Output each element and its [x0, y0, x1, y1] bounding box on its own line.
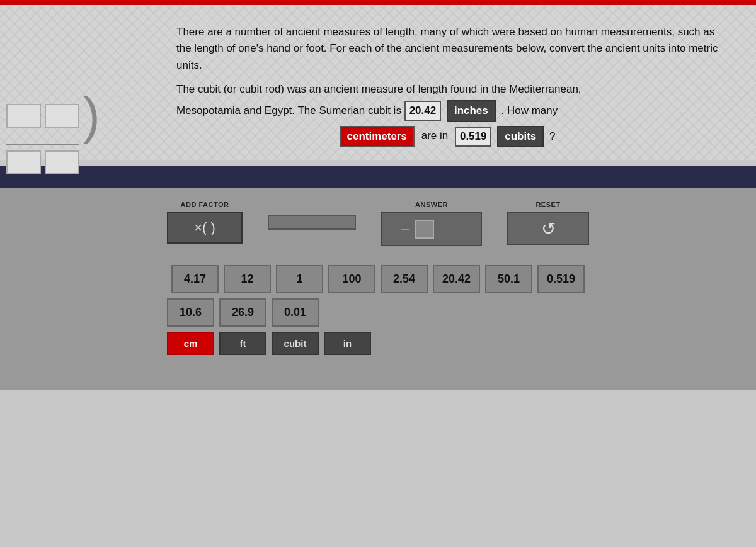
num-btn-2-54[interactable]: 2.54	[381, 265, 428, 293]
para2-end: . How many	[501, 104, 558, 116]
label1-box: inches	[447, 100, 496, 121]
num-btn-0-519[interactable]: 0.519	[537, 265, 585, 293]
rect-box-br	[45, 150, 79, 174]
factor-input-display[interactable]	[268, 215, 356, 230]
reset-button[interactable]: ↺	[507, 212, 589, 245]
add-factor-group: ADD FACTOR ×( )	[167, 201, 243, 244]
add-factor-button[interactable]: ×( )	[167, 212, 243, 244]
label3-box: cubits	[497, 126, 544, 147]
num-btn-0-01[interactable]: 0.01	[272, 298, 319, 327]
controls-row: ADD FACTOR ×( ) ANSWER – RESET ↺	[19, 201, 737, 246]
unit-btn-ft[interactable]: ft	[219, 332, 266, 355]
bracket-symbol: )	[83, 93, 100, 138]
bottom-panel: ADD FACTOR ×( ) ANSWER – RESET ↺ 4.17 12…	[0, 188, 756, 390]
para3-mid: are in	[421, 130, 449, 142]
unit-btn-cm[interactable]: cm	[167, 332, 214, 355]
num-btn-12[interactable]: 12	[224, 265, 271, 293]
reset-label: RESET	[536, 201, 560, 208]
paragraph-4: centimeters are in 0.519 cubits ?	[176, 126, 718, 147]
num-btn-100[interactable]: 100	[328, 265, 375, 293]
num-btn-20-42[interactable]: 20.42	[433, 265, 480, 293]
answer-label: ANSWER	[415, 201, 448, 208]
top-red-bar	[0, 0, 756, 5]
main-content-area: ) There are a number of ancient measures…	[0, 5, 756, 160]
rect-box-tr	[45, 104, 79, 128]
value2-box: 0.519	[455, 127, 492, 147]
rect-box-bl	[6, 150, 41, 174]
divider-bar	[0, 166, 756, 188]
answer-group: ANSWER –	[381, 201, 482, 246]
para2-mid: Mesopotamia and Egypt. The Sumerian cubi…	[176, 104, 401, 116]
answer-dash: –	[401, 221, 409, 237]
num-btn-1[interactable]: 1	[276, 265, 323, 293]
numbers-row-2: 10.6 26.9 0.01	[19, 298, 737, 327]
unit-btn-in[interactable]: in	[324, 332, 371, 355]
answer-square	[415, 220, 434, 239]
numbers-section: 4.17 12 1 100 2.54 20.42 50.1 0.519 10.6…	[19, 265, 737, 355]
value1-box: 20.42	[404, 101, 442, 121]
para2-start: The cubit (or cubit rod) was an ancient …	[176, 83, 581, 95]
num-btn-50-1[interactable]: 50.1	[485, 265, 532, 293]
graphic-area: )	[6, 93, 100, 174]
rect-group: )	[6, 93, 100, 174]
rect-row-2	[6, 150, 100, 174]
text-block: There are a number of ancient measures o…	[176, 24, 718, 147]
answer-display[interactable]: –	[381, 212, 482, 246]
numbers-row-1: 4.17 12 1 100 2.54 20.42 50.1 0.519	[19, 265, 737, 293]
divider-line	[6, 144, 79, 145]
num-btn-4-17[interactable]: 4.17	[171, 265, 219, 293]
paragraph-3: Mesopotamia and Egypt. The Sumerian cubi…	[176, 100, 718, 121]
add-factor-label: ADD FACTOR	[181, 201, 229, 208]
reset-group: RESET ↺	[507, 201, 589, 245]
rect-box-tl	[6, 104, 41, 128]
paragraph-2: The cubit (or cubit rod) was an ancient …	[176, 81, 718, 98]
rect-row-1: )	[6, 93, 100, 138]
num-btn-10-6[interactable]: 10.6	[167, 298, 214, 327]
num-btn-26-9[interactable]: 26.9	[219, 298, 266, 327]
unit-btn-cubit[interactable]: cubit	[272, 332, 319, 355]
input-group	[268, 215, 356, 230]
para3-end: ?	[549, 130, 555, 142]
paragraph-1: There are a number of ancient measures o…	[176, 24, 718, 74]
numbers-row-units: cm ft cubit in	[19, 332, 737, 355]
label2-box: centimeters	[340, 126, 415, 147]
